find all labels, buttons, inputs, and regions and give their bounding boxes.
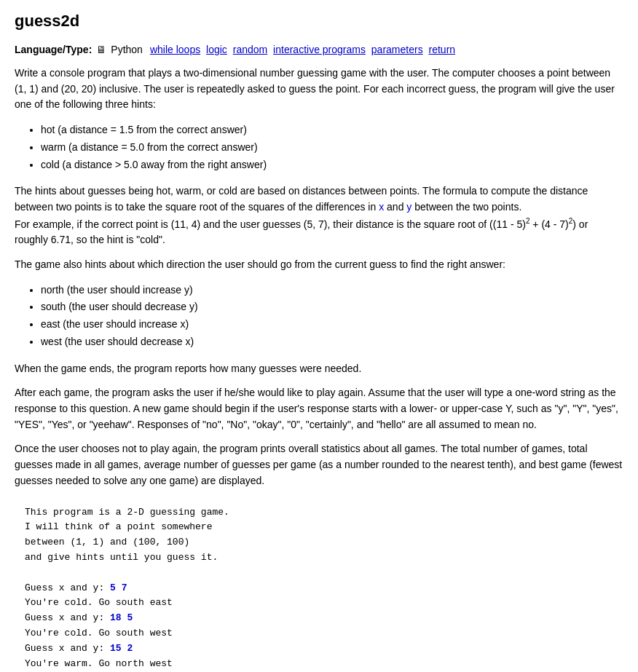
description-3: The game also hints about which directio… xyxy=(15,257,623,273)
code-line-4: and give hints until you guess it. xyxy=(25,550,613,566)
user-input-2: 18 5 xyxy=(110,612,133,623)
inline-x-1: x xyxy=(379,201,384,213)
direction-north: north (the user should increase y) xyxy=(41,282,623,299)
directions-list: north (the user should increase y) south… xyxy=(15,282,623,351)
hints-list: hot (a distance = 1.5 from the correct a… xyxy=(15,122,623,173)
page-title: guess2d xyxy=(15,12,623,31)
hint-hot: hot (a distance = 1.5 from the correct a… xyxy=(41,122,623,139)
link-parameters[interactable]: parameters xyxy=(371,44,423,55)
code-line-10: You're warm. Go north west xyxy=(25,657,613,672)
language-type: Python xyxy=(111,44,143,55)
hint-warm: warm (a distance = 5.0 from the correct … xyxy=(41,139,623,157)
description-4: When the game ends, the program reports … xyxy=(15,361,623,377)
direction-east: east (the user should increase x) xyxy=(41,316,623,333)
code-line-6: You're cold. Go south east xyxy=(25,596,613,611)
description-5: After each game, the program asks the us… xyxy=(15,385,623,432)
code-line-3: between (1, 1) and (100, 100) xyxy=(25,535,613,550)
code-line-7: Guess x and y: 18 5 xyxy=(25,611,613,626)
inline-y-1: y xyxy=(406,201,411,213)
code-line-8: You're cold. Go south west xyxy=(25,626,613,641)
link-interactive-programs[interactable]: interactive programs xyxy=(273,44,366,55)
direction-south: south (the user should decrease y) xyxy=(41,299,623,316)
link-logic[interactable]: logic xyxy=(206,44,227,55)
direction-west: west (the user should decrease x) xyxy=(41,333,623,351)
user-input-1: 5 7 xyxy=(110,582,127,593)
link-while-loops[interactable]: while loops xyxy=(150,44,200,55)
language-label: Language/Type: xyxy=(15,44,92,55)
code-line-blank xyxy=(25,566,613,581)
link-random[interactable]: random xyxy=(233,44,267,55)
description-1: Write a console program that plays a two… xyxy=(15,66,623,113)
code-line-1: This program is a 2-D guessing game. xyxy=(25,505,613,521)
code-block: This program is a 2-D guessing game. I w… xyxy=(15,498,623,672)
user-input-3: 15 2 xyxy=(110,643,133,654)
link-return[interactable]: return xyxy=(429,44,456,55)
hint-cold: cold (a distance > 5.0 away from the rig… xyxy=(41,157,623,174)
code-line-2: I will think of a point somewhere xyxy=(25,520,613,535)
code-line-9: Guess x and y: 15 2 xyxy=(25,641,613,657)
description-6: Once the user chooses not to play again,… xyxy=(15,441,623,489)
language-row: Language/Type: 🖥 Python while loops logi… xyxy=(15,44,623,55)
language-icon: 🖥 xyxy=(96,44,106,55)
code-line-5: Guess x and y: 5 7 xyxy=(25,581,613,596)
language-links: while loops logic random interactive pro… xyxy=(150,44,458,55)
description-2: The hints about guesses being hot, warm,… xyxy=(15,183,623,248)
